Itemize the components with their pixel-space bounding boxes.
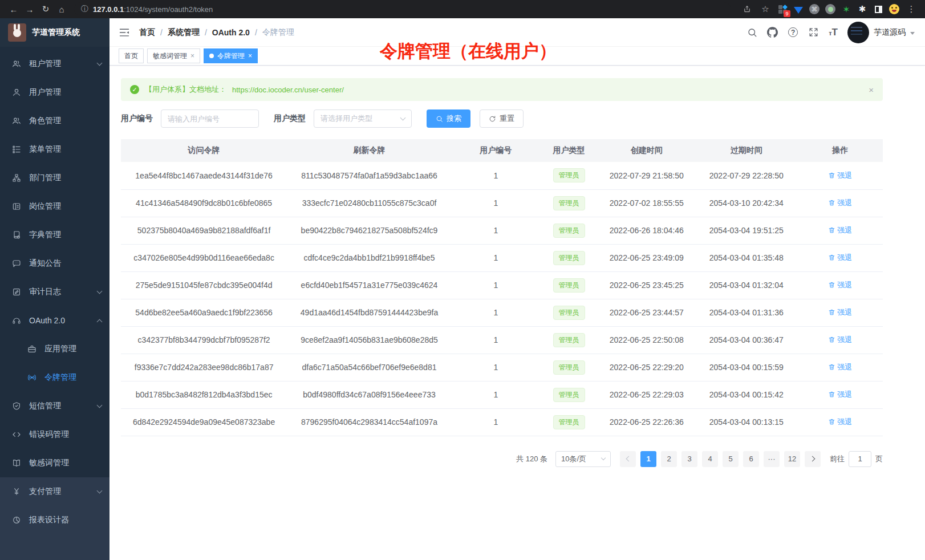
sidebar-item[interactable]: 审计日志 [0,278,109,306]
github-icon[interactable] [767,27,778,38]
user-menu[interactable]: 芋道源码 [847,22,915,43]
browser-home-icon[interactable]: ⌂ [54,2,70,17]
extension-grid-icon[interactable]: 9 [776,2,789,16]
user-id-cell: 1 [452,162,540,189]
sidebar-item[interactable]: 支付管理 [0,477,109,506]
tab-close-icon[interactable]: × [190,52,194,60]
avatar [847,22,869,43]
tab[interactable]: 首页 [119,48,144,63]
breadcrumb-item[interactable]: 令牌管理 [262,27,294,38]
page-number-button[interactable]: 6 [743,451,759,467]
force-logout-link[interactable]: 强退 [828,280,852,290]
prev-page-button[interactable] [620,451,636,467]
created-time-cell: 2022-06-25 23:45:25 [598,271,695,299]
page-number-button[interactable]: 3 [681,451,697,467]
force-logout-link[interactable]: 强退 [828,417,852,427]
reset-button[interactable]: 重置 [480,109,524,128]
page-number-button[interactable]: 5 [723,451,739,467]
force-logout-link[interactable]: 强退 [828,389,852,400]
next-page-button[interactable] [805,451,821,467]
bookmark-star-icon[interactable]: ☆ [757,2,773,17]
breadcrumb-item[interactable]: 系统管理 [168,27,200,38]
force-logout-link[interactable]: 强退 [828,307,852,318]
share-icon[interactable] [739,2,755,17]
browser-back-icon[interactable]: ← [6,2,22,17]
sidebar-item-label: 菜单管理 [29,144,102,155]
fullscreen-icon[interactable] [808,27,819,38]
extension-emoji-icon[interactable] [887,2,901,16]
search-button[interactable]: 搜索 [427,109,470,128]
force-logout-link[interactable]: 强退 [828,253,852,263]
tab-close-icon[interactable]: × [248,52,252,60]
page-number-button[interactable]: 12 [784,451,800,467]
extension-reader-icon[interactable] [871,2,885,16]
sidebar-item[interactable]: 租户管理 [0,50,109,78]
url-path: :1024/system/oauth2/token [124,5,213,14]
refresh-token-cell: 811c530487574fa0af1a59d3abc1aa66 [287,162,452,189]
address-bar[interactable]: ⓘ 127.0.0.1:1024/system/oauth2/token [74,2,731,16]
page-number-button[interactable]: 2 [661,451,677,467]
browser-forward-icon[interactable]: → [22,2,38,17]
force-logout-link[interactable]: 强退 [828,198,852,208]
page-number-button[interactable]: 1 [640,451,656,467]
sidebar-item-label: OAuth 2.0 [29,316,98,325]
trash-icon [828,281,835,289]
sidebar-item[interactable]: 报表设计器 [0,506,109,534]
refresh-token-cell: 49d1aa46d1454fbd87591444423be9fa [287,299,452,326]
tab[interactable]: 敏感词管理 × [147,48,200,63]
page-number-button[interactable]: 4 [702,451,718,467]
browser-menu-icon[interactable]: ⋮ [903,2,919,17]
goto-unit: 页 [875,454,883,464]
user-id-cell: 1 [452,381,540,408]
force-logout-link[interactable]: 强退 [828,362,852,372]
breadcrumb-item[interactable]: 首页 [139,27,155,38]
table-row: 275e5de9151045fe87cbdc395e004f4d e6cfd40… [121,271,883,299]
sidebar-item[interactable]: 角色管理 [0,107,109,135]
sidebar-collapse-icon[interactable] [119,27,130,38]
help-icon[interactable]: ? [788,27,798,38]
site-info-icon[interactable]: ⓘ [81,4,88,14]
trash-icon [828,172,835,179]
user-id-label: 用户编号 [121,113,153,124]
sidebar-item-icon [12,59,21,68]
alert-close-icon[interactable]: × [869,85,874,95]
browser-refresh-icon[interactable]: ↻ [38,2,54,17]
sidebar-item[interactable]: 短信管理 [0,392,109,420]
created-time-cell: 2022-06-25 22:29:03 [598,381,695,408]
extension-star-icon[interactable]: ✶ [839,2,853,16]
force-logout-link[interactable]: 强退 [828,171,852,181]
user-type-select[interactable]: 请选择用户类型 [314,109,412,128]
search-icon[interactable] [747,27,757,38]
sidebar-item[interactable]: OAuth 2.0 [0,306,109,335]
page-number-button[interactable]: ··· [764,451,780,467]
sidebar-item[interactable]: 部门管理 [0,164,109,192]
extension-command-icon[interactable]: ⌘ [808,2,821,16]
font-size-icon[interactable]: тT [829,27,838,38]
sidebar-item-label: 敏感词管理 [29,458,102,468]
sidebar-item[interactable]: 令牌管理 [0,363,109,392]
sidebar-item[interactable]: 岗位管理 [0,192,109,221]
sidebar-item[interactable]: 字典管理 [0,221,109,249]
goto-page-input[interactable] [849,451,871,467]
table-row: c347026e805e4d99b0d116eae66eda8c cdfc4ce… [121,244,883,271]
sidebar-item-label: 错误码管理 [29,429,102,440]
tab[interactable]: 令牌管理 × [204,48,258,63]
user-id-input[interactable] [161,109,259,128]
sidebar-item[interactable]: 应用管理 [0,335,109,363]
extension-gem-icon[interactable] [792,2,805,16]
force-logout-link[interactable]: 强退 [828,225,852,236]
doc-link[interactable]: https://doc.iocoder.cn/user-center/ [232,86,344,94]
sidebar-item-icon [12,287,21,297]
sidebar-item[interactable]: 敏感词管理 [0,449,109,477]
table-row: 6d842e2924594de9a09e45e087323abe 8796295… [121,408,883,436]
page-size-select[interactable]: 10条/页 [555,451,611,467]
sidebar-item[interactable]: 通知公告 [0,249,109,278]
extension-pinwheel-icon[interactable]: ✱ [855,2,869,16]
user-type-badge: 管理员 [553,196,585,210]
sidebar-item[interactable]: 用户管理 [0,78,109,107]
extension-record-icon[interactable] [823,2,837,16]
breadcrumb-item[interactable]: OAuth 2.0 [212,28,250,37]
sidebar-item[interactable]: 错误码管理 [0,420,109,449]
sidebar-item[interactable]: 菜单管理 [0,135,109,164]
force-logout-link[interactable]: 强退 [828,335,852,345]
